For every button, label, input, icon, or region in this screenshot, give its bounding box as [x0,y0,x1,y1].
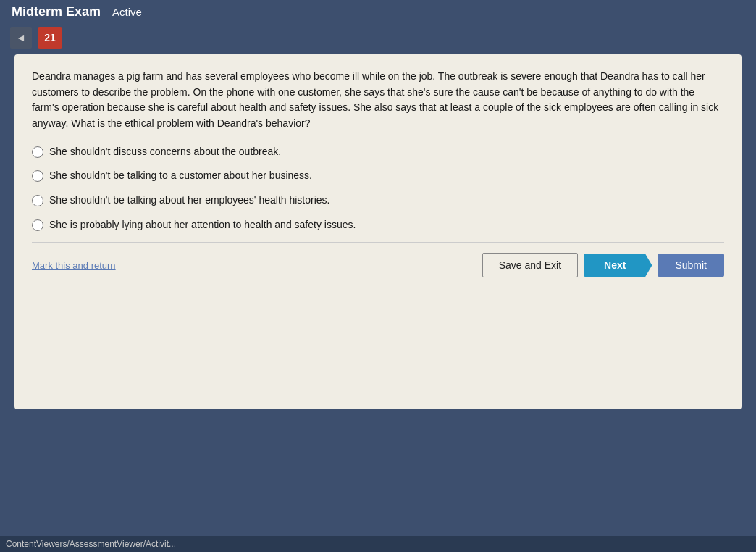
back-button[interactable]: ◄ [10,27,32,49]
bottom-bar: ContentViewers/AssessmentViewer/Activit.… [0,536,756,552]
answer-label-a: She shouldn't discuss concerns about the… [49,145,281,159]
radio-d[interactable] [32,219,43,231]
status-badge: Active [112,6,142,18]
mark-return-link[interactable]: Mark this and return [32,260,116,271]
save-exit-button[interactable]: Save and Exit [482,253,578,277]
answer-label-c: She shouldn't be talking about her emplo… [49,193,329,208]
answer-label-d: She is probably lying about her attentio… [49,218,356,233]
question-text: Deandra manages a pig farm and has sever… [32,69,724,132]
radio-c[interactable] [32,195,43,206]
footer-buttons: Save and Exit Next Submit [482,253,724,277]
answer-option-a[interactable]: She shouldn't discuss concerns about the… [32,145,724,159]
radio-b[interactable] [32,170,43,182]
page-title: Midterm Exam [12,4,101,20]
card-footer: Mark this and return Save and Exit Next … [32,242,724,277]
next-button[interactable]: Next [584,254,652,277]
answer-option-b[interactable]: She shouldn't be talking to a customer a… [32,169,724,183]
answer-options-container: She shouldn't discuss concerns about the… [32,145,724,232]
top-bar: Midterm Exam Active [0,0,756,24]
answer-option-d[interactable]: She is probably lying about her attentio… [32,218,724,233]
answer-label-b: She shouldn't be talking to a customer a… [49,169,312,183]
question-number-badge: 21 [38,27,62,49]
url-text: ContentViewers/AssessmentViewer/Activit.… [6,539,176,549]
submit-button[interactable]: Submit [658,254,724,277]
answer-option-c[interactable]: She shouldn't be talking about her emplo… [32,193,724,208]
radio-a[interactable] [32,146,43,158]
nav-row: ◄ 21 [0,24,756,51]
content-card: Deandra manages a pig farm and has sever… [14,54,742,409]
